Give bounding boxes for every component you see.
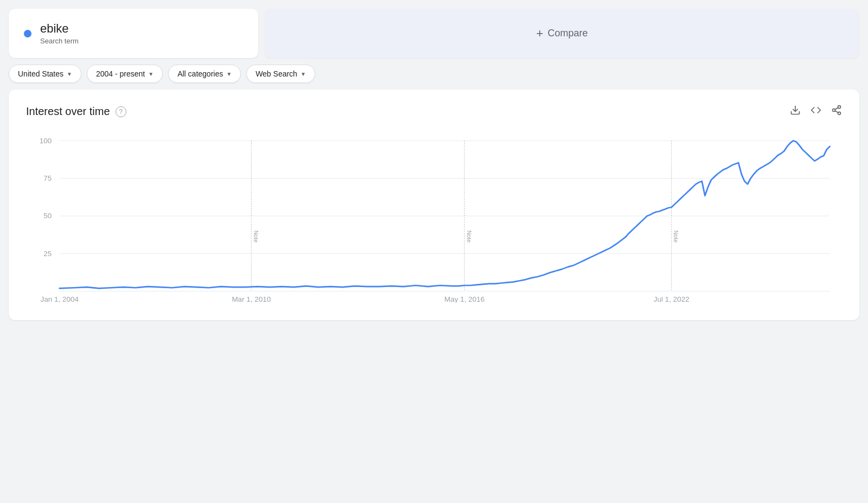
chevron-down-icon: ▼ — [148, 71, 154, 77]
chevron-down-icon: ▼ — [301, 71, 306, 77]
chart-actions — [790, 105, 842, 118]
compare-plus-icon: + — [537, 27, 544, 41]
chart-title: Interest over time — [26, 105, 110, 118]
search-term-card: ebike Search term — [9, 9, 258, 58]
chart-header: Interest over time ? — [26, 105, 842, 118]
help-icon[interactable]: ? — [116, 106, 126, 117]
note-label-2: Note — [466, 231, 473, 243]
y-label-25: 25 — [43, 250, 52, 258]
compare-label: Compare — [547, 28, 588, 39]
search-term-label: Search term — [40, 37, 79, 45]
filter-time[interactable]: 2004 - present ▼ — [87, 65, 163, 83]
download-icon[interactable] — [790, 105, 801, 118]
svg-line-4 — [835, 111, 838, 112]
y-label-100: 100 — [40, 137, 52, 145]
filter-search-type-label: Web Search — [256, 69, 297, 78]
filters-row: United States ▼ 2004 - present ▼ All cat… — [9, 65, 859, 83]
filter-category[interactable]: All categories ▼ — [168, 65, 241, 83]
trend-line — [60, 141, 830, 288]
search-term-value: ebike — [40, 22, 79, 36]
note-label-1: Note — [253, 231, 259, 243]
filter-region-label: United States — [18, 69, 63, 78]
search-term-text: ebike Search term — [40, 22, 79, 45]
search-term-dot — [24, 30, 31, 37]
filter-search-type[interactable]: Web Search ▼ — [246, 65, 315, 83]
chart-card: Interest over time ? — [9, 90, 859, 320]
x-label-2016: May 1, 2016 — [444, 295, 484, 303]
chart-title-wrap: Interest over time ? — [26, 105, 126, 118]
x-label-2010: Mar 1, 2010 — [232, 295, 271, 303]
help-icon-label: ? — [119, 108, 123, 116]
compare-card[interactable]: + Compare — [265, 9, 859, 58]
share-icon[interactable] — [831, 105, 842, 118]
filter-time-label: 2004 - present — [96, 69, 145, 78]
y-label-50: 50 — [43, 212, 52, 220]
chart-svg: 100 75 50 25 Note Note Note Jan 1, 2004 … — [26, 129, 842, 303]
filter-region[interactable]: United States ▼ — [9, 65, 81, 83]
chart-area: 100 75 50 25 Note Note Note Jan 1, 2004 … — [26, 129, 842, 303]
chevron-down-icon: ▼ — [226, 71, 232, 77]
note-label-3: Note — [673, 231, 679, 243]
embed-icon[interactable] — [810, 105, 821, 118]
x-label-2004: Jan 1, 2004 — [41, 295, 79, 303]
x-label-2022: Jul 1, 2022 — [654, 295, 690, 303]
filter-category-label: All categories — [177, 69, 223, 78]
svg-line-5 — [835, 107, 838, 109]
y-label-75: 75 — [43, 174, 52, 182]
chevron-down-icon: ▼ — [67, 71, 72, 77]
